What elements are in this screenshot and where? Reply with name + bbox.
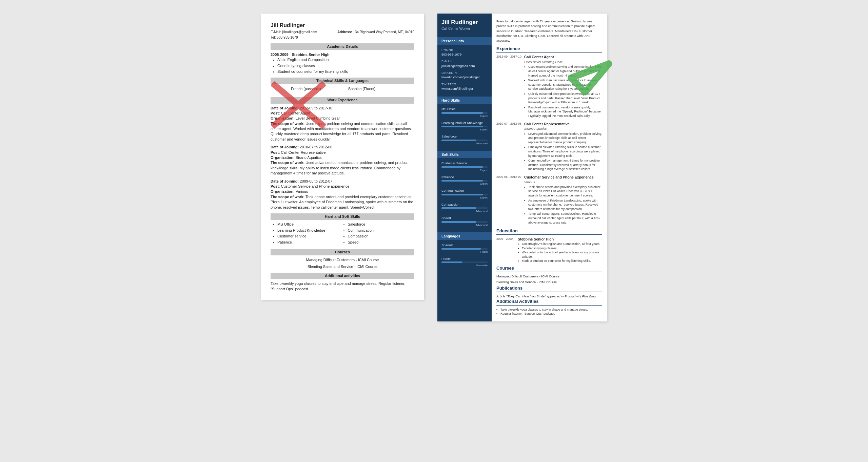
experience-section-title: Experience: [496, 46, 602, 52]
add-1: Take biweekly yoga classes to stay in sh…: [500, 308, 602, 312]
additional-section-title: Additional activities: [271, 273, 414, 279]
email-label: E-Mail:: [271, 30, 281, 34]
additional-text: Take biweekly yoga classes to stay in sh…: [271, 281, 414, 292]
soft-skill-1: Customer Service Expert: [437, 160, 492, 174]
right-name: Jill Rudlinger: [441, 19, 488, 26]
exp-entry-2: 2010-07 - 2012-08 Call Center Representa…: [496, 122, 602, 172]
academic-bullet-1: A's in English and Composition: [277, 57, 414, 62]
school-name: Stebbins Senior High: [292, 52, 329, 57]
exp2-b2: Employed elevated listening skills to so…: [528, 145, 602, 158]
exp3-b1: Took phone orders and provided exemplary…: [528, 185, 602, 198]
languages-section-title: Languages: [437, 232, 492, 240]
work-section-title: Work Experience: [271, 97, 414, 103]
academic-content: 2005-2009 - Stebbins Senior High A's in …: [271, 52, 414, 75]
edu-b1: Got straight A's in English and Composit…: [522, 242, 602, 246]
publication-1: Article "They Can Hear You Smile" appear…: [496, 294, 602, 298]
exp1-b4: Resolved customer and vendor issues quic…: [528, 105, 602, 118]
lang-spanish: Spanish Fluent: [437, 242, 492, 256]
lang-1: French (passable): [291, 86, 321, 91]
skill-2: Learning Product Knowledge: [277, 228, 344, 233]
email-value: jillrudlinger@gmail.com: [441, 64, 488, 68]
skill-7: Compassion: [348, 234, 415, 239]
edu-entry-1: 2005 - 2009 Stebbins Senior High Got str…: [496, 237, 602, 263]
exp3-b2: As employee of Friedman Landscaping, spo…: [528, 198, 602, 211]
phone-item: Phone 503-935-1679: [437, 47, 492, 59]
academic-bullets: A's in English and Composition Good in t…: [277, 57, 414, 74]
exp-date-3: 2009-06 - 2012-07: [496, 175, 521, 225]
email-label: E-mail: [441, 59, 488, 64]
lang-french: French Passable: [437, 256, 492, 269]
exp2-b3: Commended by management 4 times for my p…: [528, 159, 602, 171]
education-section-title: Education: [496, 228, 602, 235]
hard-skill-1: MS Office Expert: [437, 106, 492, 120]
skill-8: Speed: [348, 240, 415, 245]
exp1-b3: Quickly mastered deep product knowledge …: [528, 92, 602, 105]
left-contact: E-Mail: jillrudlinger@gmail.com Address:…: [271, 30, 414, 35]
lang-2: Spanish (Fluent): [348, 86, 376, 91]
skill-1: MS Office: [277, 222, 344, 227]
left-resume: Jill Rudlinger E-Mail: jillrudlinger@gma…: [261, 14, 424, 300]
exp-body-3: Customer Service and Phone Experience Va…: [524, 175, 602, 225]
personal-section-title: Personal Info: [437, 37, 492, 45]
twitter-label: Twitter: [441, 82, 488, 87]
left-header: Jill Rudlinger E-Mail: jillrudlinger@gma…: [271, 22, 414, 40]
soft-skill-4: Compassion Advanced: [437, 202, 492, 215]
hard-skill-2: Learning Product Knowledge Expert: [437, 120, 492, 133]
work-entry-2: Date of Joining: 2010-07 to 2012-08 Post…: [271, 145, 414, 176]
exp-date-2: 2010-07 - 2012-08: [496, 122, 521, 172]
right-course-1: Managing Difficult Customers - ICMI Cour…: [496, 274, 602, 278]
academic-bullet-3: Student co-counselor for my listening sk…: [277, 69, 414, 74]
soft-skill-2: Patience Expert: [437, 174, 492, 188]
academic-bullet-2: Good in typing classes: [277, 63, 414, 68]
hard-skills-section-title: Hard Skills: [437, 97, 492, 104]
soft-skills-section-title: Soft Skills: [437, 151, 492, 159]
courses-section-title: Courses: [496, 265, 602, 272]
exp1-b1: Used expert problem solving and communic…: [528, 65, 602, 78]
technical-section-title: Technical Skills & Languages: [271, 78, 414, 84]
exp-body-1: Call Center Agent Level Bevel Climbing G…: [524, 55, 602, 119]
skill-4: Patience: [277, 240, 344, 245]
linkedin-value: linkedin.com/in/jjillrudlinger: [441, 75, 488, 79]
exp-entry-3: 2009-06 - 2012-07 Customer Service and P…: [496, 175, 602, 225]
sidebar-name-area: Jill Rudlinger Call Center Worker: [437, 14, 492, 34]
soft-skill-5: Speed Advanced: [437, 215, 492, 229]
phone-label: Phone: [441, 48, 488, 52]
additional-items: Take biweekly yoga classes to stay in sh…: [496, 308, 602, 316]
right-title: Call Center Worker: [441, 26, 488, 31]
soft-skill-3: Communication Expert: [437, 188, 492, 201]
linkedin-label: LinkedIn: [441, 71, 488, 75]
edu-b3: Was voted onto the school yearbook team …: [522, 250, 602, 259]
edu-b4: Made a student co-counselor for my liste…: [522, 259, 602, 263]
exp-body-2: Call Center Representative Sirano Aquati…: [524, 122, 602, 172]
technical-content: French (passable) Spanish (Fluent): [271, 86, 414, 93]
exp3-b3: Temp call center agent, SpeedyCollect. H…: [528, 212, 602, 225]
academic-section-title: Academic Details: [271, 43, 414, 50]
edu-date-1: 2005 - 2009: [496, 237, 515, 263]
additional-section-title-right: Additional Activities: [496, 298, 602, 305]
skill-6: Communication: [348, 228, 415, 233]
exp-date-1: 2012-09 - 2017-10: [496, 55, 521, 119]
course-2: Blending Sales and Service - ICMI Course: [271, 264, 414, 269]
add-2: Regular listener, "Support Ops" podcast.: [500, 312, 602, 316]
right-resume: Jill Rudlinger Call Center Worker Person…: [437, 14, 607, 321]
twitter-value: twitter.com/jillrudlinger: [441, 86, 488, 91]
address: Address: 134 Rightward Way Portland, ME,…: [337, 30, 414, 35]
right-sidebar: Jill Rudlinger Call Center Worker Person…: [437, 14, 492, 321]
hard-skill-3: Salesforce Advanced: [437, 133, 492, 147]
academic-dates: 2005-2009: [271, 52, 289, 57]
edu-b2: Excelled in typing classes.: [522, 246, 602, 251]
left-name: Jill Rudlinger: [271, 22, 414, 29]
email-item: E-mail jillrudlinger@gmail.com: [437, 59, 492, 70]
exp1-b2: Worked with manufacturers and vendors to…: [528, 78, 602, 91]
work-entry-1: Date of Joining: 2012-09 to 2017-10 Post…: [271, 106, 414, 142]
phone-value: 503-935-1679: [441, 52, 488, 57]
linkedin-item: LinkedIn linkedin.com/in/jjillrudlinger: [437, 70, 492, 82]
skills-list: MS Office Learning Product Knowledge Cus…: [277, 222, 414, 246]
tel-line: Tel: 503-935-1679: [271, 35, 414, 40]
work-entry-3: Date of Joining: 2009-06 to 2012-07 Post…: [271, 179, 414, 210]
objective-text: Friendly call center agent with 7+ years…: [496, 19, 602, 43]
right-course-2: Blending Sales and Service - ICMI Course: [496, 280, 602, 284]
twitter-item: Twitter twitter.com/jillrudlinger: [437, 82, 492, 93]
exp2-b1: Leveraged advanced communication, proble…: [528, 132, 602, 145]
publications-section-title: Publications: [496, 285, 602, 292]
